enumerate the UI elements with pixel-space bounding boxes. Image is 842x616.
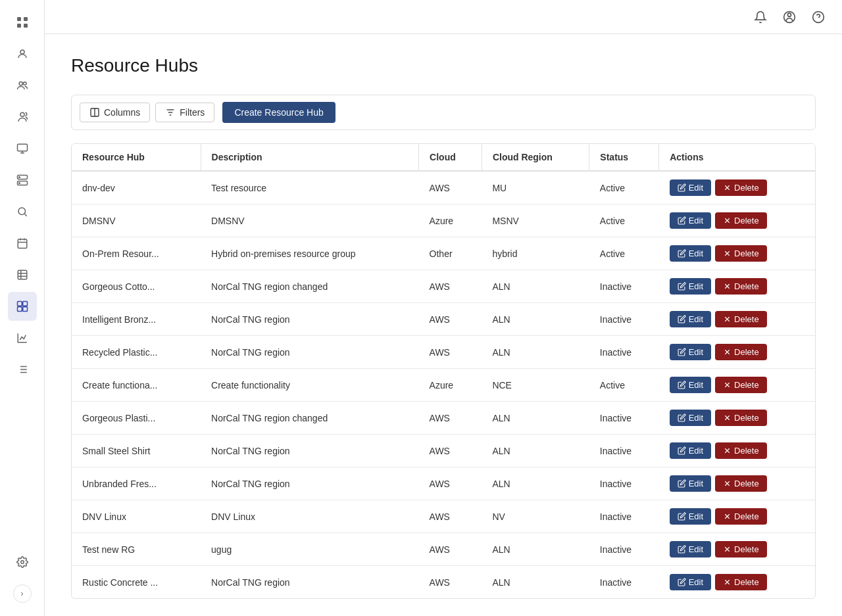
delete-button[interactable]: Delete bbox=[715, 179, 767, 196]
cell-actions: Edit Delete bbox=[659, 171, 815, 204]
col-description: Description bbox=[201, 144, 419, 171]
cell-region: ALN bbox=[482, 402, 589, 435]
edit-button[interactable]: Edit bbox=[670, 344, 711, 360]
help-icon[interactable] bbox=[808, 7, 829, 28]
sidebar-item-server[interactable] bbox=[8, 166, 37, 195]
delete-icon bbox=[723, 512, 731, 521]
sidebar-item-calendar[interactable] bbox=[8, 229, 37, 258]
svg-point-13 bbox=[18, 208, 26, 215]
table-row: dnv-devTest resourceAWSMUActive Edit Del… bbox=[72, 171, 815, 204]
edit-icon bbox=[678, 249, 686, 258]
delete-button[interactable]: Delete bbox=[715, 377, 767, 393]
delete-button[interactable]: Delete bbox=[715, 410, 767, 426]
edit-button[interactable]: Edit bbox=[670, 245, 711, 262]
edit-button[interactable]: Edit bbox=[670, 179, 711, 196]
delete-icon bbox=[723, 282, 731, 291]
cell-description: Hybrid on-premises resource group bbox=[201, 237, 419, 270]
edit-icon bbox=[678, 315, 686, 323]
edit-icon bbox=[678, 512, 686, 521]
cell-description: Create functionality bbox=[201, 369, 419, 402]
notification-icon[interactable] bbox=[750, 7, 771, 28]
cell-region: ALN bbox=[482, 435, 589, 467]
sidebar-toggle-button[interactable]: › bbox=[13, 584, 32, 603]
sidebar-item-users[interactable] bbox=[8, 71, 37, 100]
svg-point-4 bbox=[20, 50, 24, 54]
table-row: Gorgeous Cotto...NorCal TNG region chang… bbox=[72, 270, 815, 303]
edit-button[interactable]: Edit bbox=[670, 410, 711, 426]
sidebar-item-chart[interactable] bbox=[8, 323, 37, 352]
delete-button[interactable]: Delete bbox=[715, 245, 767, 262]
cell-description: NorCal TNG region bbox=[201, 566, 419, 599]
cell-description: DNV Linux bbox=[201, 500, 419, 533]
cell-actions: Edit Delete bbox=[659, 237, 815, 270]
sidebar-item-list[interactable] bbox=[8, 355, 37, 384]
profile-icon[interactable] bbox=[779, 7, 800, 28]
cell-status: Inactive bbox=[589, 402, 659, 435]
cell-region: ALN bbox=[482, 303, 589, 336]
cell-name: Gorgeous Plasti... bbox=[72, 402, 201, 435]
edit-icon bbox=[678, 545, 686, 554]
delete-button[interactable]: Delete bbox=[715, 344, 767, 360]
svg-rect-0 bbox=[17, 17, 21, 21]
edit-button[interactable]: Edit bbox=[670, 475, 711, 492]
cell-actions: Edit Delete bbox=[659, 467, 815, 500]
delete-button[interactable]: Delete bbox=[715, 212, 767, 229]
svg-rect-1 bbox=[24, 17, 28, 21]
cell-name: Small Steel Shirt bbox=[72, 435, 201, 467]
sidebar-item-settings[interactable] bbox=[8, 548, 37, 577]
sidebar-item-user[interactable] bbox=[8, 39, 37, 68]
sidebar-item-monitor[interactable] bbox=[8, 134, 37, 163]
delete-button[interactable]: Delete bbox=[715, 541, 767, 557]
delete-icon bbox=[723, 578, 731, 586]
cell-status: Inactive bbox=[589, 533, 659, 566]
sidebar-item-grid[interactable] bbox=[8, 8, 37, 37]
toolbar: Columns Filters Create Resource Hub bbox=[71, 95, 816, 130]
svg-point-12 bbox=[18, 183, 20, 184]
svg-rect-16 bbox=[17, 302, 22, 306]
table-row: Unbranded Fres...NorCal TNG regionAWSALN… bbox=[72, 467, 815, 500]
col-status: Status bbox=[589, 144, 659, 171]
cell-name: Intelligent Bronz... bbox=[72, 303, 201, 336]
table-row: Gorgeous Plasti...NorCal TNG region chan… bbox=[72, 402, 815, 435]
delete-button[interactable]: Delete bbox=[715, 508, 767, 525]
svg-rect-8 bbox=[17, 144, 27, 151]
sidebar: › bbox=[0, 0, 45, 616]
delete-button[interactable]: Delete bbox=[715, 278, 767, 295]
delete-button[interactable]: Delete bbox=[715, 475, 767, 492]
columns-label: Columns bbox=[104, 107, 140, 118]
delete-button[interactable]: Delete bbox=[715, 311, 767, 327]
sidebar-item-discovery[interactable] bbox=[8, 197, 37, 226]
table-row: DMSNVDMSNVAzureMSNVActive Edit Delete bbox=[72, 204, 815, 237]
edit-icon bbox=[678, 578, 686, 586]
edit-button[interactable]: Edit bbox=[670, 212, 711, 229]
edit-button[interactable]: Edit bbox=[670, 574, 711, 590]
cell-description: Test resource bbox=[201, 171, 419, 204]
main-content: Resource Hubs Columns Filters Create Res… bbox=[45, 34, 842, 616]
table-row: Small Steel ShirtNorCal TNG regionAWSALN… bbox=[72, 435, 815, 467]
cell-name: DNV Linux bbox=[72, 500, 201, 533]
edit-button[interactable]: Edit bbox=[670, 311, 711, 327]
cell-actions: Edit Delete bbox=[659, 270, 815, 303]
delete-button[interactable]: Delete bbox=[715, 574, 767, 590]
cell-name: Test new RG bbox=[72, 533, 201, 566]
col-cloud-region: Cloud Region bbox=[482, 144, 589, 171]
cell-name: Create functiona... bbox=[72, 369, 201, 402]
cell-region: ALN bbox=[482, 270, 589, 303]
filters-button[interactable]: Filters bbox=[155, 103, 214, 122]
sidebar-item-user-group[interactable] bbox=[8, 103, 37, 131]
edit-button[interactable]: Edit bbox=[670, 377, 711, 393]
svg-point-20 bbox=[20, 561, 24, 564]
create-resource-hub-button[interactable]: Create Resource Hub bbox=[222, 102, 335, 123]
edit-button[interactable]: Edit bbox=[670, 442, 711, 459]
page-title: Resource Hubs bbox=[71, 55, 816, 76]
columns-button[interactable]: Columns bbox=[80, 103, 150, 122]
svg-rect-19 bbox=[22, 307, 27, 312]
edit-button[interactable]: Edit bbox=[670, 508, 711, 525]
sidebar-item-hub[interactable] bbox=[8, 292, 37, 321]
cell-name: DMSNV bbox=[72, 204, 201, 237]
edit-icon bbox=[678, 479, 686, 488]
edit-button[interactable]: Edit bbox=[670, 278, 711, 295]
sidebar-item-table[interactable] bbox=[8, 260, 37, 289]
edit-button[interactable]: Edit bbox=[670, 541, 711, 557]
delete-button[interactable]: Delete bbox=[715, 442, 767, 459]
